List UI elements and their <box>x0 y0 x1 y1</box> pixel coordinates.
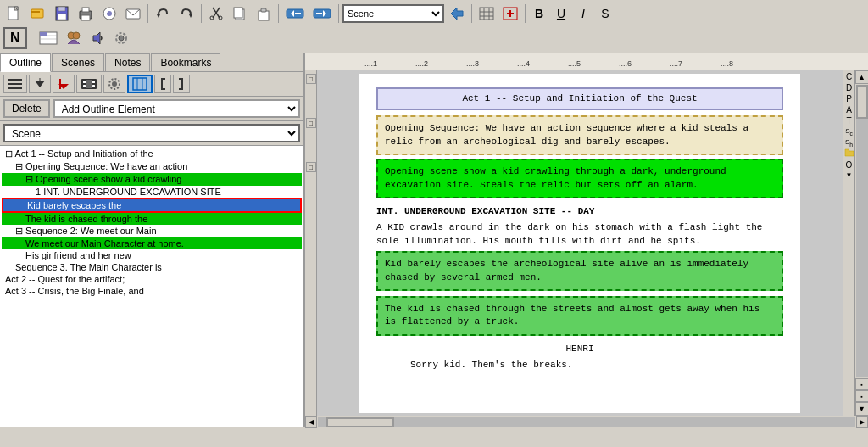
outline-bracket2-button[interactable] <box>173 75 190 93</box>
folder-icon <box>844 148 854 157</box>
print-button[interactable] <box>75 3 97 24</box>
tree-item-girlfriend[interactable]: His girlfriend and her new <box>2 249 302 261</box>
tree-item-opening-scene[interactable]: ⊟ Opening scene show a kid crawling <box>2 173 302 186</box>
add-outline-select[interactable]: Add Outline Element <box>53 99 300 118</box>
copy-button[interactable] <box>229 3 251 24</box>
tab-scenes[interactable]: Scenes <box>52 53 104 71</box>
scroll-up-button[interactable]: ▲ <box>855 70 869 84</box>
tab-bookmarks[interactable]: Bookmarks <box>151 53 220 71</box>
email-button[interactable] <box>122 3 144 24</box>
save-file-icon <box>54 6 70 21</box>
side-letter-c[interactable]: C <box>846 72 852 81</box>
settings-button[interactable] <box>110 28 132 48</box>
collapse-btn-3[interactable]: □ <box>306 162 316 172</box>
characters-icon <box>66 31 81 46</box>
preview-button[interactable] <box>98 3 120 24</box>
separator-3 <box>278 4 279 23</box>
italic-icon: I <box>581 7 585 20</box>
strikethrough-button[interactable]: S <box>595 3 615 24</box>
tree-item-int-excavation[interactable]: 1 INT. UNDERGROUND EXCAVATION SITE <box>2 186 302 198</box>
outline-table-icon <box>132 77 147 91</box>
collapse-btn-2[interactable]: □ <box>306 118 316 128</box>
outline-table-button[interactable] <box>127 75 153 93</box>
scene-toolbar-select[interactable]: Scene <box>342 4 444 23</box>
email-icon <box>125 6 141 21</box>
outline-film-button[interactable] <box>76 75 102 93</box>
scene-heading-1: INT. UNDERGROUND EXCAVATION SITE -- DAY <box>376 205 783 218</box>
open-file-button[interactable] <box>27 3 49 24</box>
side-letter-sc[interactable]: Sc <box>845 127 853 137</box>
summary1-box: Kid barely escapes the archeological sit… <box>376 251 783 291</box>
hscroll-track[interactable] <box>318 417 855 427</box>
outline-view-button[interactable] <box>36 28 61 48</box>
tree-item-seq2[interactable]: ⊟ Sequence 2: We meet our Main <box>2 225 302 237</box>
cut-button[interactable] <box>205 3 227 24</box>
toolbar-row-2: N <box>3 25 865 51</box>
svg-rect-8 <box>82 8 89 12</box>
outline-down-button[interactable] <box>53 75 75 93</box>
sound-button[interactable] <box>86 28 108 48</box>
scroll-page-up-button[interactable]: ▪ <box>855 378 869 390</box>
side-letter-folder[interactable] <box>844 148 854 159</box>
outline-arrow-button[interactable] <box>29 75 51 93</box>
tree-item-kid-chased[interactable]: The kid is chased through the <box>2 213 302 225</box>
tree-item-kid-escapes[interactable]: Kid barely escapes the <box>2 198 302 213</box>
side-letter-o[interactable]: O <box>846 160 853 170</box>
tree-item-main-char[interactable]: We meet our Main Character at home. <box>2 237 302 249</box>
redo-button[interactable] <box>175 3 198 24</box>
delete-button[interactable]: Delete <box>3 99 50 118</box>
new-file-button[interactable] <box>3 3 25 24</box>
tree-item-act3[interactable]: Act 3 -- Crisis, the Big Finale, and <box>2 285 302 297</box>
italic-button[interactable]: I <box>573 3 593 24</box>
side-letter-d[interactable]: D <box>846 83 852 92</box>
outline-list-button[interactable] <box>3 75 27 93</box>
tree-item-act2[interactable]: Act 2 -- Quest for the artifact; <box>2 273 302 285</box>
side-letter-t[interactable]: T <box>846 116 851 126</box>
collapse-btn-1[interactable]: □ <box>306 74 316 84</box>
svg-rect-9 <box>81 15 90 20</box>
format-table-button[interactable] <box>476 3 498 24</box>
outline-gear-button[interactable] <box>103 75 125 93</box>
side-letter-p[interactable]: P <box>846 94 852 103</box>
scene-go-button[interactable] <box>446 3 468 24</box>
underline-icon: U <box>557 7 565 20</box>
hscroll-thumb[interactable] <box>326 417 394 427</box>
tab-notes[interactable]: Notes <box>105 53 150 71</box>
nav-forward-button[interactable] <box>309 3 335 24</box>
tab-outline[interactable]: Outline <box>0 53 51 72</box>
undo-button[interactable] <box>152 3 174 24</box>
scroll-page-down-button[interactable]: ▪ <box>855 390 869 402</box>
characters-button[interactable] <box>63 28 85 48</box>
tree-item-act1[interactable]: ⊟ Act 1 -- Setup and Initiation of the <box>2 148 302 160</box>
scrollbar-thumb[interactable] <box>856 85 868 119</box>
side-letter-sh[interactable]: Sh <box>845 138 853 148</box>
doc-scroll[interactable]: Act 1 -- Setup and Initiation of the Que… <box>317 70 843 416</box>
scroll-down-button[interactable]: ▼ <box>855 402 869 416</box>
side-letter-dropdown[interactable]: ▼ <box>846 171 853 179</box>
main-layout: Outline Scenes Notes Bookmarks <box>0 53 868 427</box>
nav-back-button[interactable] <box>282 3 308 24</box>
format-plus-button[interactable] <box>499 3 521 24</box>
separator-5 <box>471 4 472 23</box>
side-letter-a[interactable]: A <box>846 105 852 115</box>
svg-rect-3 <box>31 11 40 13</box>
n-button[interactable]: N <box>3 27 27 49</box>
scrollbar-track[interactable] <box>856 85 868 377</box>
strikethrough-icon: S <box>601 7 609 20</box>
hscroll-right-button[interactable]: ▶ <box>856 416 868 428</box>
tree-item-opening-seq[interactable]: ⊟ Opening Sequence: We have an action <box>2 160 302 173</box>
scene-select[interactable]: Scene <box>3 124 300 142</box>
print-icon <box>78 6 93 21</box>
outline-bracket1-button[interactable] <box>154 75 171 93</box>
svg-point-12 <box>107 11 108 13</box>
hscroll-left-button[interactable]: ◀ <box>305 416 317 428</box>
underline-button[interactable]: U <box>551 3 571 24</box>
save-file-button[interactable] <box>51 3 73 24</box>
sound-icon <box>90 31 105 46</box>
bold-button[interactable]: B <box>529 3 549 24</box>
nav-forward-icon <box>313 6 331 21</box>
outline-bracket1-icon <box>159 77 167 91</box>
bottom-scrollbar: ◀ ▶ <box>305 416 868 427</box>
paste-button[interactable] <box>253 3 275 24</box>
tree-item-seq3[interactable]: Sequence 3. The Main Character is <box>2 261 302 273</box>
